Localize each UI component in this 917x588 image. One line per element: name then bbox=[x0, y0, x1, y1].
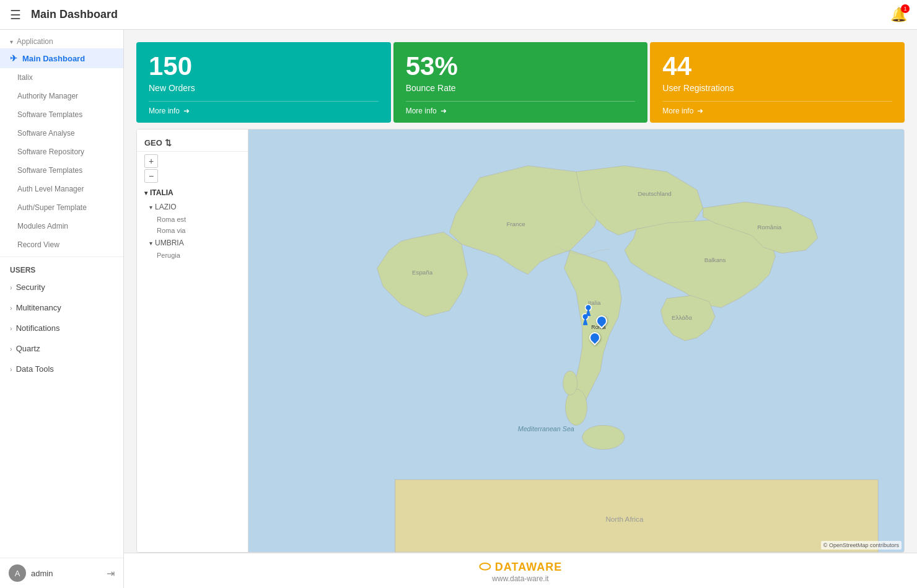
menu-icon[interactable]: ☰ bbox=[10, 7, 21, 22]
geo-sort-icon[interactable]: ⇅ bbox=[165, 138, 172, 147]
sidebar-item-auth-super-template[interactable]: Auth/Super Template bbox=[0, 198, 123, 217]
svg-text:România: România bbox=[757, 224, 782, 230]
arrow-right-icon: ➜ bbox=[697, 107, 703, 115]
svg-point-11 bbox=[563, 371, 577, 395]
stat-more-link[interactable]: More info ➜ bbox=[662, 101, 892, 115]
chevron-right-icon: › bbox=[10, 304, 12, 312]
main-layout: ▾ Application ✈ Main Dashboard Italix Au… bbox=[0, 30, 917, 588]
stat-more-link[interactable]: More info ➜ bbox=[406, 101, 636, 115]
map-svg: France España Italia Deutschland Balkans… bbox=[248, 129, 904, 552]
topbar: ☰ Main Dashboard 🔔 1 bbox=[0, 0, 917, 30]
sidebar-item-record-view[interactable]: Record View bbox=[0, 235, 123, 254]
stat-card-new-orders: 150 New Orders More info ➜ bbox=[136, 42, 391, 123]
chevron-down-icon: ▾ bbox=[149, 204, 152, 211]
svg-text:France: France bbox=[506, 221, 525, 227]
geo-city-perugia[interactable]: Perugia bbox=[137, 250, 248, 261]
sidebar-item-label: Software Templates bbox=[17, 110, 82, 119]
logout-icon[interactable]: ⇥ bbox=[107, 568, 115, 579]
sidebar-item-modules-admin[interactable]: Modules Admin bbox=[0, 217, 123, 235]
svg-text:Ελλάδα: Ελλάδα bbox=[672, 314, 692, 321]
stats-row: 150 New Orders More info ➜ 53% Bounce Ra… bbox=[124, 30, 917, 123]
sidebar-collapsible-label: Data Tools bbox=[16, 364, 54, 374]
application-label: Application bbox=[17, 37, 53, 46]
sidebar-item-notifications[interactable]: › Notifications bbox=[0, 318, 123, 338]
avatar: A bbox=[9, 564, 26, 582]
page-footer: ⬭ DATAWARE www.data-ware.it bbox=[124, 553, 917, 588]
sidebar-collapsible-label: Notifications bbox=[16, 323, 60, 333]
sidebar-item-quartz[interactable]: › Quartz bbox=[0, 338, 123, 359]
sidebar-item-software-templates-1[interactable]: Software Templates bbox=[0, 105, 123, 124]
svg-text:Deutschland: Deutschland bbox=[638, 190, 672, 197]
sidebar-item-label: Software Repository bbox=[17, 147, 84, 156]
svg-text:North Africa: North Africa bbox=[605, 515, 644, 523]
sidebar-item-label: Italix bbox=[17, 73, 33, 82]
page-title: Main Dashboard bbox=[31, 8, 890, 21]
sidebar: ▾ Application ✈ Main Dashboard Italix Au… bbox=[0, 30, 124, 588]
sidebar-item-label: Modules Admin bbox=[17, 222, 68, 230]
sidebar-item-software-repository[interactable]: Software Repository bbox=[0, 143, 123, 161]
map-attribution: © OpenStreetMap contributors bbox=[821, 541, 902, 550]
geo-city-roma-via[interactable]: Roma via bbox=[137, 225, 248, 236]
map-pin-roma-est[interactable] bbox=[596, 315, 607, 329]
sidebar-item-label: Record View bbox=[17, 240, 59, 249]
geo-region-lazio[interactable]: ▾ LAZIO bbox=[137, 200, 248, 214]
sidebar-item-label: Software Analyse bbox=[17, 129, 75, 138]
geo-country-italia[interactable]: ▾ ITALIA bbox=[137, 185, 248, 200]
footer-url: www.data-ware.it bbox=[129, 574, 912, 583]
svg-text:Balkans: Balkans bbox=[704, 257, 726, 263]
sidebar-item-software-analyse[interactable]: Software Analyse bbox=[0, 124, 123, 143]
more-info-label: More info bbox=[662, 107, 693, 115]
sidebar-item-software-templates-2[interactable]: Software Templates bbox=[0, 161, 123, 180]
geo-header: GEO ⇅ bbox=[137, 134, 248, 152]
sidebar-item-data-tools[interactable]: › Data Tools bbox=[0, 359, 123, 379]
chevron-down-icon: ▾ bbox=[144, 190, 147, 196]
sidebar-item-main-dashboard[interactable]: ✈ Main Dashboard bbox=[0, 48, 123, 68]
geo-zoom-controls: + − bbox=[144, 154, 240, 183]
bell-badge: 1 bbox=[901, 4, 910, 13]
sidebar-item-auth-level-manager[interactable]: Auth Level Manager bbox=[0, 180, 123, 198]
map-section: GEO ⇅ + − ▾ ITALIA ▾ LAZIO Roma est Roma… bbox=[136, 129, 905, 553]
svg-text:España: España bbox=[412, 269, 433, 276]
sidebar-item-label: Auth/Super Template bbox=[17, 203, 87, 212]
sidebar-collapsible-label: Security bbox=[16, 283, 45, 292]
brand-logo-icon: ⬭ bbox=[479, 558, 491, 574]
stat-card-user-registrations: 44 User Registrations More info ➜ bbox=[650, 42, 905, 123]
chevron-right-icon: › bbox=[10, 325, 12, 332]
chevron-right-icon: › bbox=[10, 284, 12, 291]
stat-label: New Orders bbox=[149, 83, 379, 93]
stat-label: User Registrations bbox=[662, 83, 892, 93]
zoom-in-button[interactable]: + bbox=[144, 154, 158, 168]
chevron-right-icon: › bbox=[10, 345, 12, 353]
sidebar-item-label: Main Dashboard bbox=[22, 54, 85, 63]
sidebar-item-italix[interactable]: Italix bbox=[0, 68, 123, 87]
sidebar-item-security[interactable]: › Security bbox=[0, 277, 123, 297]
sidebar-footer: A admin ⇥ bbox=[0, 558, 123, 588]
map-container[interactable]: France España Italia Deutschland Balkans… bbox=[248, 129, 904, 552]
zoom-out-button[interactable]: − bbox=[144, 169, 158, 183]
brand-name: DATAWARE bbox=[495, 561, 562, 573]
sidebar-item-label: Software Templates bbox=[17, 166, 82, 175]
geo-city-roma-est[interactable]: Roma est bbox=[137, 214, 248, 225]
geo-panel: GEO ⇅ + − ▾ ITALIA ▾ LAZIO Roma est Roma… bbox=[137, 129, 248, 552]
stat-label: Bounce Rate bbox=[406, 83, 636, 93]
application-section[interactable]: ▾ Application bbox=[0, 30, 123, 48]
chevron-right-icon: › bbox=[10, 366, 12, 373]
stat-number: 150 bbox=[149, 53, 379, 79]
geo-region-umbria[interactable]: ▾ UMBRIA bbox=[137, 236, 248, 250]
sidebar-item-label: Auth Level Manager bbox=[17, 185, 84, 193]
svg-point-5 bbox=[582, 425, 625, 449]
country-name: ITALIA bbox=[150, 188, 173, 197]
divider bbox=[0, 257, 123, 257]
plane-icon: ✈ bbox=[10, 53, 17, 63]
stat-more-link[interactable]: More info ➜ bbox=[149, 101, 379, 115]
sidebar-item-multitenancy[interactable]: › Multitenancy bbox=[0, 297, 123, 318]
stat-number: 44 bbox=[662, 53, 892, 79]
sidebar-item-authority-manager[interactable]: Authority Manager bbox=[0, 87, 123, 105]
svg-text:Mediterranean Sea: Mediterranean Sea bbox=[518, 425, 574, 432]
arrow-right-icon: ➜ bbox=[441, 107, 447, 115]
region-name: LAZIO bbox=[155, 203, 177, 211]
map-pin-roma[interactable] bbox=[589, 332, 600, 346]
sidebar-collapsible-label: Multitenancy bbox=[16, 303, 61, 312]
notification-bell[interactable]: 🔔 1 bbox=[890, 7, 907, 23]
more-info-label: More info bbox=[406, 107, 437, 115]
